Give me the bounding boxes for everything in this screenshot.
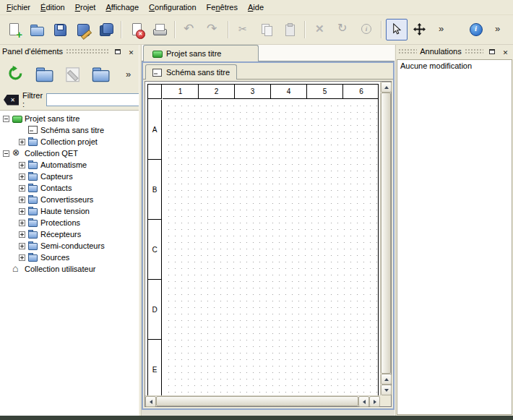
dock-grip[interactable] bbox=[465, 48, 483, 55]
delete-element-button[interactable] bbox=[89, 62, 112, 85]
expand-icon[interactable] bbox=[19, 254, 25, 261]
tree-item[interactable]: Collection utilisateur bbox=[0, 263, 139, 275]
toolbar-overflow-right-button[interactable] bbox=[488, 19, 510, 40]
float-icon bbox=[115, 49, 121, 54]
expander-slot bbox=[18, 208, 26, 215]
delete-button[interactable] bbox=[309, 19, 331, 40]
tree-item[interactable]: Collection projet bbox=[0, 136, 139, 147]
menu-item-5[interactable]: Fenêtres bbox=[202, 0, 243, 14]
column-label: 4 bbox=[271, 85, 307, 98]
select-arrow-button[interactable] bbox=[386, 19, 408, 40]
tree-item-label: Sources bbox=[40, 253, 69, 262]
schema-tab[interactable]: Schéma sans titre bbox=[145, 64, 237, 80]
save-button[interactable] bbox=[49, 19, 71, 40]
row-label: E bbox=[148, 340, 161, 400]
dock-grip[interactable] bbox=[398, 48, 417, 55]
copy-button[interactable] bbox=[256, 19, 277, 40]
new-file-icon bbox=[7, 22, 21, 37]
vertical-scroll-thumb[interactable] bbox=[381, 93, 391, 374]
horizontal-scroll-thumb[interactable] bbox=[156, 396, 358, 406]
reload-collections-button[interactable] bbox=[4, 62, 27, 85]
collapse-icon[interactable] bbox=[3, 150, 9, 157]
expand-icon[interactable] bbox=[19, 231, 25, 238]
vertical-scrollbar[interactable] bbox=[380, 82, 391, 395]
tree-item[interactable]: Collection QET bbox=[0, 147, 139, 159]
tree-item[interactable]: Semi-conducteurs bbox=[0, 240, 139, 252]
expand-icon[interactable] bbox=[19, 197, 25, 203]
menu-item-0[interactable]: Fichier bbox=[1, 0, 35, 14]
float-panel-button[interactable] bbox=[486, 46, 497, 56]
float-panel-button[interactable] bbox=[112, 46, 123, 56]
folder-icon bbox=[28, 184, 38, 192]
folder-icon bbox=[28, 218, 38, 227]
tree-item[interactable]: Convertisseurs bbox=[0, 194, 139, 205]
project-tab-label: Projet sans titre bbox=[166, 49, 221, 58]
undo-button[interactable] bbox=[179, 19, 201, 40]
edit-element-button[interactable] bbox=[61, 62, 84, 85]
menu-item-3[interactable]: Affichage bbox=[100, 0, 144, 14]
cut-button[interactable] bbox=[233, 19, 254, 40]
scroll-up-button[interactable] bbox=[381, 82, 392, 93]
whats-this-button[interactable] bbox=[465, 19, 487, 40]
expand-icon[interactable] bbox=[19, 185, 25, 192]
collapse-icon[interactable] bbox=[3, 116, 9, 122]
ruler-corner bbox=[148, 85, 162, 99]
move-parts-button[interactable] bbox=[409, 19, 431, 40]
redo-button[interactable] bbox=[202, 19, 224, 40]
expander-slot bbox=[18, 220, 26, 226]
project-tab[interactable]: Projet sans titre bbox=[143, 45, 259, 61]
open-folder-button[interactable] bbox=[26, 19, 48, 40]
rotate-button[interactable] bbox=[332, 19, 354, 40]
tree-item[interactable]: Contacts bbox=[0, 182, 139, 194]
paste-button[interactable] bbox=[279, 19, 301, 40]
schema-tab-label: Schéma sans titre bbox=[166, 68, 230, 77]
print-button[interactable] bbox=[149, 19, 171, 40]
tree-item[interactable]: Sources bbox=[0, 252, 139, 263]
tree-item[interactable]: Protections bbox=[0, 217, 139, 228]
expand-icon[interactable] bbox=[19, 208, 25, 215]
element-info-button[interactable] bbox=[355, 19, 377, 40]
new-file-button[interactable] bbox=[3, 19, 25, 40]
horizontal-scrollbar[interactable] bbox=[145, 395, 380, 406]
save-all-button[interactable] bbox=[95, 19, 117, 40]
scroll-down-button[interactable] bbox=[381, 385, 392, 395]
schema-canvas[interactable] bbox=[163, 100, 378, 398]
close-panel-button[interactable] bbox=[500, 46, 511, 56]
undo-panel: Annulations Aucune modification bbox=[396, 45, 513, 416]
menu-item-6[interactable]: Aide bbox=[243, 0, 269, 14]
menu-item-2[interactable]: Projet bbox=[70, 0, 101, 14]
folder-icon bbox=[28, 207, 38, 215]
tree-item[interactable]: Capteurs bbox=[0, 171, 139, 182]
dock-grip[interactable] bbox=[66, 48, 109, 55]
expand-icon[interactable] bbox=[19, 243, 25, 249]
cut-icon bbox=[236, 22, 251, 37]
menu-item-1[interactable]: Édition bbox=[35, 0, 70, 14]
tree-item[interactable]: Projet sans titre bbox=[0, 113, 139, 124]
expand-icon[interactable] bbox=[19, 139, 25, 145]
folder-icon bbox=[28, 172, 38, 181]
close-panel-button[interactable] bbox=[126, 46, 137, 56]
scroll-left-button[interactable] bbox=[145, 396, 156, 407]
tree-item-label: Collection utilisateur bbox=[25, 265, 95, 273]
expand-icon[interactable] bbox=[19, 162, 25, 168]
scroll-up-button-2[interactable] bbox=[381, 374, 392, 385]
clear-filter-button[interactable] bbox=[4, 95, 19, 106]
scroll-left-button-2[interactable] bbox=[358, 396, 369, 407]
select-arrow-icon bbox=[389, 22, 404, 37]
desktop-strip bbox=[0, 416, 513, 420]
expand-icon[interactable] bbox=[19, 173, 25, 180]
toolbar-overflow-button[interactable] bbox=[432, 19, 454, 40]
tree-item[interactable]: Automatisme bbox=[0, 159, 139, 171]
folder-icon bbox=[28, 160, 38, 169]
panel-overflow-icon[interactable] bbox=[123, 68, 134, 80]
scroll-right-button[interactable] bbox=[369, 396, 380, 407]
tree-item[interactable]: Schéma sans titre bbox=[0, 124, 139, 136]
menu-item-4[interactable]: Configuration bbox=[144, 0, 201, 14]
save-as-button[interactable] bbox=[72, 19, 94, 40]
expand-icon[interactable] bbox=[19, 220, 25, 226]
copy-icon bbox=[259, 22, 274, 37]
tree-item[interactable]: Haute tension bbox=[0, 205, 139, 217]
close-file-button[interactable] bbox=[126, 19, 147, 40]
new-element-button[interactable] bbox=[33, 62, 56, 85]
tree-item[interactable]: Récepteurs bbox=[0, 228, 139, 240]
